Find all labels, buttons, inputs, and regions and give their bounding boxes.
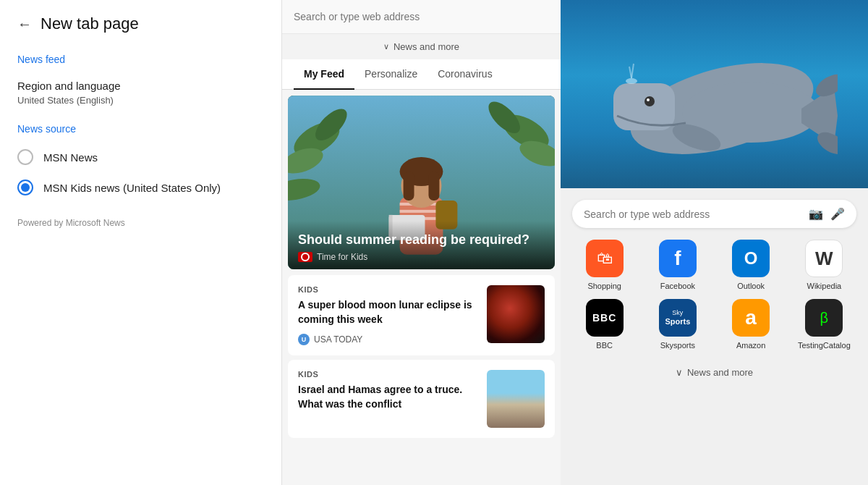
shopping-icon: 🛍 xyxy=(586,240,624,277)
sky-text: Sky xyxy=(672,310,683,317)
wikipedia-icon: W xyxy=(805,240,843,277)
region-language-label: Region and language xyxy=(17,80,264,92)
shortcut-amazon[interactable]: a Amazon xyxy=(719,299,783,350)
moon-thumbnail xyxy=(487,285,545,343)
featured-article-source: Time for Kids xyxy=(298,252,545,262)
news-feed-link[interactable]: News feed xyxy=(17,54,264,65)
settings-panel: ← New tab page News feed Region and lang… xyxy=(0,0,282,485)
page-title: New tab page xyxy=(41,14,139,33)
tab-personalize[interactable]: Personalize xyxy=(354,59,427,90)
shortcut-facebook-label: Facebook xyxy=(660,282,695,290)
shortcut-amazon-label: Amazon xyxy=(736,341,765,350)
svg-point-27 xyxy=(647,98,650,101)
usa-today-icon: U xyxy=(298,334,310,345)
landscape-thumbnail xyxy=(487,370,545,428)
featured-source-name: Time for Kids xyxy=(317,252,367,262)
article-text-1: KIDS A super blood moon lunar eclipse is… xyxy=(298,285,478,345)
article-card-1[interactable]: KIDS A super blood moon lunar eclipse is… xyxy=(288,275,555,355)
chevron-down-icon: ∨ xyxy=(383,42,389,51)
top-search-bar[interactable] xyxy=(282,0,561,34)
new-tab-panel: 📷 🎤 🛍 Shopping f Facebook O Outlook W Wi… xyxy=(561,0,868,485)
featured-overlay: Should summer reading be required? Time … xyxy=(288,221,555,269)
radio-kids-news[interactable]: MSN Kids news (United States Only) xyxy=(17,180,264,195)
outlook-icon: O xyxy=(732,240,770,277)
amazon-icon: a xyxy=(732,299,770,337)
svg-rect-15 xyxy=(404,172,414,201)
shortcut-testing-label: TestingCatalog xyxy=(798,341,851,350)
shortcut-wikipedia-label: Wikipedia xyxy=(807,282,842,290)
search-input-top[interactable] xyxy=(294,11,549,22)
powered-by-label: Powered by Microsoft News xyxy=(17,218,125,228)
article-source-1: U USA TODAY xyxy=(298,334,478,345)
shortcut-shopping[interactable]: 🛍 Shopping xyxy=(572,240,637,290)
news-more-bottom-toggle[interactable]: ∨ News and more xyxy=(572,361,856,384)
news-more-bottom-label: News and more xyxy=(687,367,753,378)
featured-article-title: Should summer reading be required? xyxy=(298,232,545,248)
facebook-icon: f xyxy=(659,240,697,277)
article-text-2: KIDS Israel and Hamas agree to a truce. … xyxy=(298,370,478,428)
news-source-link[interactable]: News source xyxy=(17,123,264,135)
shortcut-facebook[interactable]: f Facebook xyxy=(645,240,710,290)
shortcut-outlook[interactable]: O Outlook xyxy=(719,240,783,290)
featured-article[interactable]: Should summer reading be required? Time … xyxy=(288,96,555,269)
radio-kids-circle[interactable] xyxy=(17,180,33,195)
shortcuts-grid: 🛍 Shopping f Facebook O Outlook W Wikipe… xyxy=(572,240,856,350)
article-card-2[interactable]: KIDS Israel and Hamas agree to a truce. … xyxy=(288,360,555,438)
article-thumb-1 xyxy=(487,285,545,343)
news-more-toggle[interactable]: ∨ News and more xyxy=(282,34,561,59)
right-search-bar[interactable]: 📷 🎤 xyxy=(572,200,856,228)
microphone-icon[interactable]: 🎤 xyxy=(830,207,845,221)
skysports-icon: Sky Sports xyxy=(659,299,697,337)
tab-coronavirus[interactable]: Coronavirus xyxy=(427,59,502,90)
skysports-inner: Sky Sports xyxy=(665,310,690,326)
back-button[interactable]: ← xyxy=(17,16,32,33)
shortcut-wikipedia[interactable]: W Wikipedia xyxy=(792,240,856,290)
svg-line-31 xyxy=(631,64,634,78)
testing-catalog-icon: β xyxy=(805,299,843,337)
news-source-options: MSN News MSN Kids news (United States On… xyxy=(17,149,264,195)
whale-svg xyxy=(592,29,838,174)
tab-myfeed[interactable]: My Feed xyxy=(294,59,354,90)
article-thumb-2 xyxy=(487,370,545,428)
radio-msn-label: MSN News xyxy=(43,151,98,164)
feed-panel: ∨ News and more My Feed Personalize Coro… xyxy=(282,0,561,485)
shortcut-shopping-label: Shopping xyxy=(587,282,621,290)
search-input-right[interactable] xyxy=(584,208,801,220)
svg-rect-16 xyxy=(428,172,439,201)
article-tag-1: KIDS xyxy=(298,285,478,294)
radio-kids-label: MSN Kids news (United States Only) xyxy=(43,182,221,194)
whale-image xyxy=(561,0,868,188)
article-title-1: A super blood moon lunar eclipse is comi… xyxy=(298,298,478,326)
sports-text: Sports xyxy=(665,317,690,326)
shortcut-bbc-label: BBC xyxy=(596,341,613,350)
article-tag-2: KIDS xyxy=(298,370,478,379)
new-tab-content: 📷 🎤 🛍 Shopping f Facebook O Outlook W Wi… xyxy=(561,188,868,485)
article-source-name-1: USA TODAY xyxy=(314,334,362,345)
back-header: ← New tab page xyxy=(17,14,264,33)
chevron-down-bottom-icon: ∨ xyxy=(676,367,683,378)
shortcut-outlook-label: Outlook xyxy=(737,282,765,290)
svg-point-26 xyxy=(644,96,655,106)
shortcut-testing[interactable]: β TestingCatalog xyxy=(792,299,856,350)
feed-content: Should summer reading be required? Time … xyxy=(282,90,561,485)
region-language-value: United States (English) xyxy=(17,95,264,106)
shortcut-bbc[interactable]: BBC BBC xyxy=(572,299,637,350)
shortcut-skysports[interactable]: Sky Sports Skysports xyxy=(645,299,710,350)
feed-tabs: My Feed Personalize Coronavirus xyxy=(282,59,561,90)
radio-msn-circle[interactable] xyxy=(17,149,33,165)
news-more-label: News and more xyxy=(393,41,459,52)
time-for-kids-logo xyxy=(298,252,312,262)
svg-point-29 xyxy=(626,78,637,84)
radio-msn-news[interactable]: MSN News xyxy=(17,149,264,165)
camera-icon[interactable]: 📷 xyxy=(809,207,823,221)
bbc-icon: BBC xyxy=(586,299,624,337)
article-title-2: Israel and Hamas agree to a truce. What … xyxy=(298,383,478,411)
shortcut-skysports-label: Skysports xyxy=(660,341,695,350)
